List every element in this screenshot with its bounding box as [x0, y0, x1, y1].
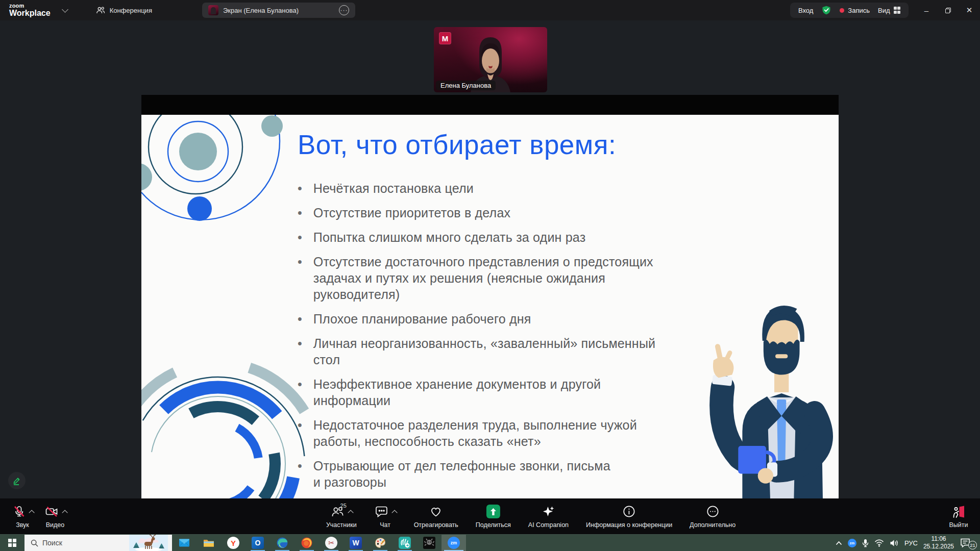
- slide-title: Вот, что отбирает время:: [298, 129, 616, 160]
- taskbar-mail-app[interactable]: [172, 535, 197, 551]
- tray-notifications[interactable]: 21: [960, 537, 975, 549]
- scissors-icon: ✂: [325, 537, 337, 549]
- shared-screen-slide: Вот, что отбирает время: •Нечёткая поста…: [141, 95, 839, 498]
- tray-clock[interactable]: 11:06 25.12.2025: [923, 535, 954, 550]
- recording-indicator[interactable]: Запись: [840, 7, 870, 14]
- bullet-dot: •: [298, 376, 302, 409]
- window-titlebar: zoom Workplace Конференция Экран (Елена …: [0, 0, 980, 20]
- pencil-icon: [12, 476, 21, 485]
- tab-screen-share-label: Экран (Елена Буланова): [223, 7, 299, 14]
- meeting-stage: M Елена Буланова: [0, 20, 980, 498]
- tray-microphone-icon[interactable]: [862, 539, 869, 547]
- more-options-button[interactable]: Дополнительно: [690, 505, 736, 529]
- more-ellipsis-icon: [706, 505, 719, 518]
- meeting-status-pill: Вход Запись Вид: [790, 3, 909, 18]
- arcs-decoration: [141, 345, 315, 498]
- tray-expand-chevron[interactable]: [836, 541, 842, 545]
- view-button[interactable]: Вид: [878, 7, 900, 14]
- bullet-dot: •: [298, 180, 302, 196]
- taskbar-word[interactable]: W: [344, 535, 368, 551]
- participants-options-chevron[interactable]: [348, 510, 353, 515]
- tray-language-indicator[interactable]: РУС: [904, 539, 918, 547]
- bullet-dot: •: [298, 335, 302, 368]
- chat-options-chevron[interactable]: [391, 510, 397, 515]
- bullet-dot: •: [298, 311, 302, 327]
- sign-in-button[interactable]: Вход: [798, 7, 813, 14]
- taskbar-zoom[interactable]: zm: [442, 535, 466, 551]
- ai-companion-button[interactable]: AI Companion: [528, 505, 569, 529]
- tab-conference[interactable]: Конференция: [90, 3, 158, 18]
- audio-button[interactable]: Звук: [11, 505, 34, 529]
- circles-decoration: [141, 115, 295, 242]
- slide-bullet: •Попытка слишком много сделать за один р…: [298, 229, 675, 245]
- taskbar-sferum[interactable]: [393, 535, 417, 551]
- tray-zoom-icon[interactable]: zm: [848, 539, 856, 547]
- taskbar-file-explorer[interactable]: [197, 535, 221, 551]
- taskbar-firefox[interactable]: [295, 535, 319, 551]
- video-options-chevron[interactable]: [62, 510, 67, 515]
- taskbar-paint[interactable]: [368, 535, 393, 551]
- participant-video[interactable]: M Елена Буланова: [434, 27, 547, 92]
- slide-bullet: •Нечёткая постановка цели: [298, 180, 675, 196]
- taskbar-dark-app[interactable]: [417, 535, 442, 551]
- slide-bullet: •Личная неорганизованность, «заваленный»…: [298, 335, 675, 368]
- taskbar-edge[interactable]: [270, 535, 295, 551]
- brand-zoom-text: zoom: [9, 3, 51, 9]
- tab-screen-share[interactable]: Экран (Елена Буланова) ···: [202, 3, 355, 18]
- annotation-pencil-button[interactable]: [8, 472, 26, 489]
- security-shield-icon[interactable]: [821, 5, 831, 15]
- slide-bullet: •Отсутствие приоритетов в делах: [298, 205, 675, 221]
- firefox-icon: [301, 537, 313, 549]
- sferum-hands-icon: [399, 537, 411, 549]
- taskbar-search[interactable]: [24, 535, 172, 551]
- meeting-info-button[interactable]: Информация о конференции: [586, 505, 672, 529]
- slide-bullet: •Неэффективное хранение документов и дру…: [298, 376, 675, 409]
- slide-bullet: •Отсутствие достаточного представления о…: [298, 254, 675, 303]
- participants-icon: [96, 6, 105, 14]
- bullet-dot: •: [298, 417, 302, 449]
- taskbar-yandex-browser[interactable]: Y: [221, 535, 246, 551]
- share-screen-icon: [486, 505, 500, 518]
- search-icon: [31, 539, 38, 547]
- minimize-button[interactable]: –: [916, 0, 937, 20]
- view-label: Вид: [878, 7, 890, 14]
- share-screen-button[interactable]: Поделиться: [476, 505, 511, 529]
- businessman-illustration: [709, 296, 838, 498]
- video-button[interactable]: Видео: [44, 505, 66, 529]
- leave-meeting-button[interactable]: Выйти: [947, 505, 970, 529]
- taskbar-snipping-tool[interactable]: ✂: [319, 535, 344, 551]
- tray-speaker-icon[interactable]: [890, 539, 899, 547]
- search-input[interactable]: [42, 539, 109, 547]
- company-logo-badge: M: [439, 32, 451, 44]
- taskbar-outlook[interactable]: O: [246, 535, 270, 551]
- record-dot-icon: [840, 8, 844, 13]
- brand-chevron-down-icon[interactable]: [62, 6, 68, 13]
- participants-button[interactable]: 25 Участники: [326, 505, 357, 529]
- yandex-icon: Y: [227, 537, 239, 549]
- edge-icon: [276, 537, 288, 549]
- bullet-dot: •: [298, 458, 302, 490]
- folder-icon: [203, 537, 215, 549]
- ai-sparkle-icon: [542, 505, 555, 518]
- slide-bullet: •Недостаточное разделения труда, выполне…: [298, 417, 675, 449]
- bullet-dot: •: [298, 205, 302, 221]
- dark-app-icon: [423, 537, 435, 549]
- zoom-workplace-logo[interactable]: zoom Workplace: [9, 3, 51, 17]
- heart-icon: [429, 505, 443, 518]
- view-grid-icon: [894, 7, 901, 14]
- close-button[interactable]: ✕: [959, 0, 980, 20]
- tray-wifi-icon[interactable]: [874, 539, 884, 547]
- meeting-toolbar: Звук Видео: [0, 498, 980, 534]
- slide-bullet: •Плохое планирование рабочего дня: [298, 311, 675, 327]
- bullet-dot: •: [298, 254, 302, 303]
- tab-video-thumbnail: [208, 5, 218, 15]
- tab-more-icon[interactable]: ···: [339, 5, 349, 15]
- restore-button[interactable]: [937, 0, 959, 20]
- chat-button[interactable]: Чат: [374, 505, 397, 529]
- mail-icon: [178, 537, 190, 549]
- audio-options-chevron[interactable]: [29, 510, 34, 515]
- start-button[interactable]: [0, 535, 24, 551]
- react-button[interactable]: Отреагировать: [414, 505, 458, 529]
- leave-door-icon: [952, 505, 966, 518]
- windows-logo-icon: [8, 539, 16, 547]
